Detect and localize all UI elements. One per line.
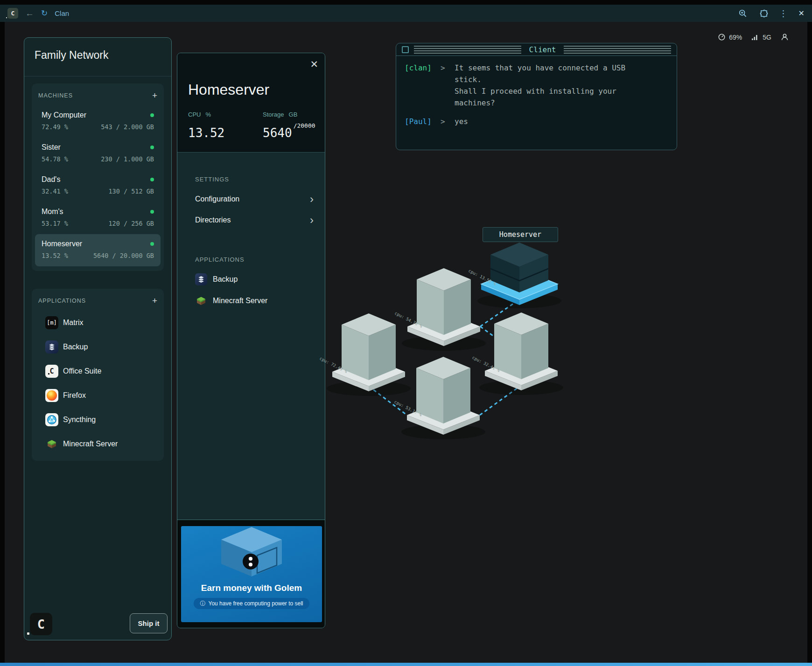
close-icon[interactable]: ✕ [310,59,318,70]
machine-storage: 543 / 2.000 GB [101,123,154,131]
golem-banner[interactable]: Earn money with Golem ⓘ You have free co… [181,526,322,622]
terminal-text: Shall I proceed with installing your [455,85,616,97]
online-status-dot [150,210,154,214]
application-row[interactable]: Minecraft Server [35,432,161,456]
storage-unit: GB [289,111,298,118]
settings-item-label: Directories [195,216,231,224]
reload-icon[interactable]: ↻ [41,9,48,17]
family-network-panel: Family Network MACHINES + My Computer 72… [24,37,172,640]
terminal-text: It seems that you have connected a USB [455,62,625,74]
terminal-text: machines? [455,97,495,109]
machine-name: Homeserver [42,240,82,248]
application-name: Office Suite [63,367,101,375]
banner-container: Earn money with Golem ⓘ You have free co… [177,520,325,628]
banner-title: Earn money with Golem [201,583,302,593]
diagram-node-moms[interactable]: cpu: 53.17 % [393,357,485,439]
online-status-dot [150,242,154,246]
machine-row[interactable]: My Computer 72.49 % 543 / 2.000 GB [35,105,161,138]
backup-icon [195,273,207,285]
machine-name: Sister [42,143,61,152]
diagram-node-dads[interactable]: cpu: 32.41 % [471,312,563,395]
cpu-label: CPU [188,111,201,118]
page-title: Clan [55,9,69,17]
terminal-message: [Paul]>yes [405,116,669,127]
screen: C ← ↻ Clan ⋮ ✕ 69% [0,0,812,666]
detail-title: Homeserver [188,81,269,98]
cpu-value: 13.52 [188,122,224,140]
office-suite-icon: C [45,365,58,378]
online-status-dot [150,178,154,181]
banner-pill[interactable]: ⓘ You have free computing power to sell [194,598,309,609]
storage-total: /20000 [294,122,315,129]
machines-header: MACHINES [38,92,73,99]
application-row[interactable]: C Office Suite [35,359,161,383]
diagram-node-sister[interactable]: cpu: 54.78 % [394,268,486,351]
online-status-dot [150,113,154,117]
minecraft-icon [195,295,207,307]
info-icon: ⓘ [200,601,205,606]
machines-card: MACHINES + My Computer 72.49 % 543 / 2.0… [32,83,164,271]
window-accent-strip [0,663,812,666]
window-close-icon[interactable]: ✕ [798,9,805,18]
diagram-tooltip: Homeserver [483,227,558,242]
extensions-puzzle-icon[interactable] [758,8,769,19]
machine-cpu: 53.17 % [42,220,68,227]
diagram-node-homeserver[interactable]: cpu: 13.52 % [468,243,561,308]
titlebar-stripes [564,46,671,54]
machine-cpu: 32.41 % [42,187,68,195]
matrix-icon: [m] [45,316,58,329]
banner-pill-text: You have free computing power to sell [208,600,303,607]
client-terminal-window: Client [clan]>It seems that you have con… [396,43,677,150]
machine-row[interactable]: Sister 54.78 % 230 / 1.000 GB [35,138,161,170]
storage-label: Storage [263,111,284,118]
terminal-speaker [405,74,441,85]
application-name: Matrix [63,319,84,327]
add-machine-button[interactable]: + [152,91,157,100]
firefox-icon [45,389,58,402]
applications-header: APPLICATIONS [38,298,86,304]
application-row[interactable]: Backup [35,335,161,359]
diagram-node-my-computer[interactable]: cpu: 72.49 % [319,313,411,396]
machine-storage: 5640 / 20.000 GB [93,252,154,259]
application-row[interactable]: Firefox [35,383,161,408]
machine-cpu: 72.49 % [42,123,68,131]
machine-row[interactable]: Dad's 32.41 % 130 / 512 GB [35,170,161,202]
add-application-button[interactable]: + [152,296,157,305]
clan-logo-icon: C [7,8,18,19]
terminal-titlebar: Client [396,43,677,56]
minecraft-icon [45,437,58,451]
application-name: Backup [63,343,88,351]
machine-name: Dad's [42,175,60,184]
detail-application-name: Minecraft Server [213,297,267,305]
online-status-dot [150,146,154,149]
terminal-text: yes [455,116,468,127]
machine-row[interactable]: Mom's 53.17 % 120 / 256 GB [35,202,161,234]
zoom-icon[interactable] [738,9,748,18]
machines-list: My Computer 72.49 % 543 / 2.000 GB Siste… [32,104,164,266]
machine-cpu: 54.78 % [42,155,68,163]
syncthing-icon [45,413,58,426]
application-row[interactable]: [m] Matrix [35,311,161,335]
back-icon[interactable]: ← [25,9,34,18]
storage-value: 5640 [263,122,292,140]
cpu-unit: % [205,111,211,118]
applications-list: [m] Matrix Backup C Office Suite [32,309,164,456]
detail-application-name: Backup [213,275,238,284]
storage-metric: Storage GB 5640 /20000 [263,111,315,140]
applications-card: APPLICATIONS + [m] Matrix Backup C [32,289,164,461]
terminal-prompt [441,97,455,109]
user-icon [781,33,789,41]
menu-kebab-icon[interactable]: ⋮ [779,8,788,19]
application-row[interactable]: Syncthing [35,408,161,432]
machine-name: My Computer [42,111,86,119]
terminal-closebox-icon[interactable] [402,46,409,53]
machine-row[interactable]: Homeserver 13.52 % 5640 / 20.000 GB [35,234,161,266]
machine-storage: 120 / 256 GB [108,220,154,227]
machine-cpu: 13.52 % [42,252,68,259]
ship-it-button[interactable]: Ship it [130,613,168,633]
settings-item-label: Configuration [195,195,239,203]
application-name: Firefox [63,391,86,400]
terminal-message: [clan]>It seems that you have connected … [405,62,669,109]
terminal-prompt [441,74,455,85]
terminal-speaker [405,85,441,97]
